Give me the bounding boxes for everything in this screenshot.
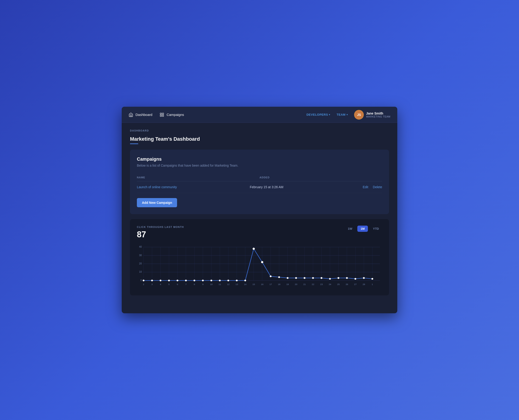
campaign-actions: Edit Delete (363, 185, 382, 189)
svg-text:13: 13 (236, 283, 238, 285)
svg-point-56 (261, 261, 263, 263)
svg-point-58 (278, 276, 280, 278)
svg-point-67 (355, 278, 356, 279)
svg-text:24: 24 (329, 283, 331, 285)
svg-text:12: 12 (227, 283, 230, 285)
col-header-added: ADDED (260, 176, 382, 179)
svg-point-50 (210, 279, 212, 281)
campaigns-card: Campaigns Below is a list of Campaigns t… (130, 150, 389, 214)
svg-text:19: 19 (286, 283, 289, 285)
svg-text:5: 5 (168, 283, 169, 285)
svg-text:1: 1 (372, 283, 373, 285)
svg-text:11: 11 (219, 283, 221, 285)
svg-text:20: 20 (139, 262, 142, 265)
user-avatar-wrap[interactable]: JS Jane Smith MARKETING TEAM (354, 110, 390, 120)
app-container: Dashboard Campaigns DEVELOPERS ▾ TEAM ▾ (122, 107, 397, 313)
svg-text:25: 25 (337, 283, 340, 285)
campaign-date-cell: February 15 at 3:26 AM (250, 185, 363, 189)
table-row: Launch of online community February 15 a… (137, 181, 382, 193)
svg-text:26: 26 (346, 283, 348, 285)
svg-point-61 (304, 277, 305, 279)
chart-label: CLICK THROUGHS LAST MONTH (137, 226, 184, 228)
chart-label-group: CLICK THROUGHS LAST MONTH 87 (137, 226, 184, 239)
svg-point-68 (363, 277, 365, 279)
avatar: JS (354, 110, 364, 120)
user-team: MARKETING TEAM (366, 115, 390, 118)
svg-point-64 (329, 278, 331, 279)
svg-point-63 (321, 277, 322, 279)
chart-value: 87 (137, 230, 184, 239)
svg-text:10: 10 (139, 271, 142, 273)
svg-text:3: 3 (151, 283, 153, 285)
svg-text:20: 20 (295, 283, 298, 285)
svg-point-43 (151, 279, 153, 281)
sidebar-item-campaigns[interactable]: Campaigns (160, 111, 184, 119)
svg-text:28: 28 (363, 283, 365, 285)
svg-point-42 (143, 279, 145, 281)
svg-point-65 (338, 277, 339, 279)
delete-button[interactable]: Delete (373, 185, 382, 189)
svg-text:8: 8 (194, 283, 195, 285)
chart-container: 40 30 20 10 0 (137, 244, 382, 291)
svg-text:6: 6 (177, 283, 178, 285)
svg-point-57 (270, 275, 272, 277)
svg-text:2: 2 (143, 283, 144, 285)
breadcrumb: DASHBOARD (130, 129, 389, 132)
developers-link[interactable]: DEVELOPERS ▾ (306, 113, 330, 116)
time-filters: 1W 1M YTD (344, 226, 382, 232)
svg-rect-3 (162, 115, 164, 116)
svg-text:40: 40 (139, 246, 142, 248)
svg-point-60 (295, 277, 297, 279)
svg-point-59 (287, 277, 289, 279)
svg-text:14: 14 (244, 283, 246, 285)
svg-point-53 (236, 279, 238, 281)
user-info: Jane Smith MARKETING TEAM (366, 112, 390, 118)
campaign-name-link[interactable]: Launch of online community (137, 185, 177, 189)
time-filter-ytd[interactable]: YTD (370, 226, 382, 232)
dashboard-nav-label: Dashboard (136, 113, 152, 117)
svg-text:4: 4 (160, 283, 161, 285)
svg-rect-2 (160, 115, 162, 116)
svg-point-44 (160, 279, 161, 281)
page-title: Marketing Team's Dashboard (130, 136, 389, 142)
svg-rect-1 (162, 113, 164, 114)
svg-point-45 (168, 279, 170, 281)
team-link[interactable]: TEAM ▾ (337, 113, 348, 116)
svg-text:30: 30 (139, 254, 142, 257)
edit-button[interactable]: Edit (363, 185, 368, 189)
svg-point-55 (253, 248, 255, 250)
main-content: DASHBOARD Marketing Team's Dashboard Cam… (122, 123, 397, 302)
user-name: Jane Smith (366, 112, 390, 115)
campaigns-icon (160, 112, 164, 117)
time-filter-1w[interactable]: 1W (344, 226, 356, 232)
svg-text:18: 18 (278, 283, 280, 285)
title-underline (130, 143, 138, 144)
svg-text:23: 23 (320, 283, 323, 285)
nav-left: Dashboard Campaigns (129, 111, 306, 119)
chevron-down-icon: ▾ (347, 113, 348, 116)
svg-text:10: 10 (210, 283, 213, 285)
svg-text:21: 21 (303, 283, 306, 285)
svg-point-47 (185, 279, 187, 281)
home-icon (129, 112, 133, 117)
svg-text:15: 15 (252, 283, 255, 285)
svg-point-66 (346, 277, 348, 279)
svg-rect-0 (160, 113, 162, 114)
campaigns-nav-label: Campaigns (167, 113, 184, 117)
chart-header: CLICK THROUGHS LAST MONTH 87 1W 1M YTD (137, 226, 382, 239)
navbar: Dashboard Campaigns DEVELOPERS ▾ TEAM ▾ (122, 107, 397, 123)
campaigns-card-subtitle: Below is a list of Campaigns that have b… (137, 164, 382, 167)
svg-point-46 (177, 279, 178, 281)
svg-text:7: 7 (185, 283, 186, 285)
chevron-down-icon: ▾ (329, 113, 330, 116)
svg-point-54 (244, 279, 246, 281)
svg-text:9: 9 (202, 283, 204, 285)
chart-card: CLICK THROUGHS LAST MONTH 87 1W 1M YTD (130, 219, 389, 295)
svg-text:22: 22 (312, 283, 314, 285)
sidebar-item-dashboard[interactable]: Dashboard (129, 111, 152, 119)
campaign-name-cell: Launch of online community (137, 185, 250, 189)
col-header-name: NAME (137, 176, 260, 179)
svg-point-51 (219, 279, 221, 281)
add-campaign-button[interactable]: Add New Campaign (137, 198, 177, 207)
time-filter-1m[interactable]: 1M (357, 226, 368, 232)
